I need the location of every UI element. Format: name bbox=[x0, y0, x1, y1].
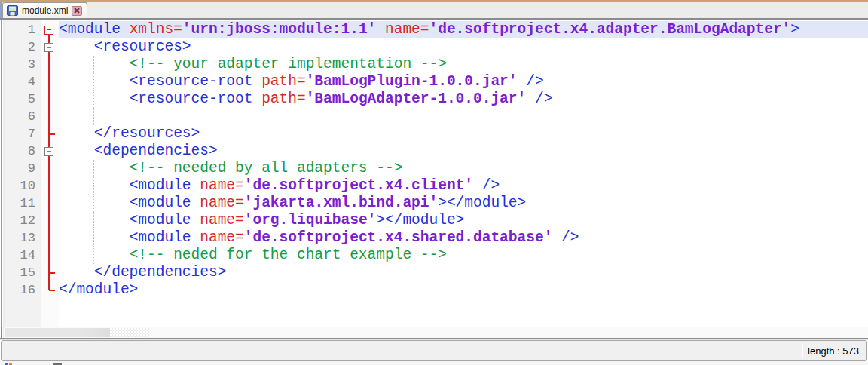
fold-tree bbox=[41, 73, 59, 90]
code-text[interactable]: <module xmlns='urn:jboss:module:1.1' nam… bbox=[59, 21, 868, 38]
indent-guide bbox=[93, 73, 94, 90]
code-line[interactable]: 3 <!-- your adapter implementation --> bbox=[5, 56, 868, 73]
code-line[interactable]: 12 <module name='org.liquibase'></module… bbox=[5, 212, 868, 229]
code-text[interactable]: <resource-root path='BamLogAdapter-1.0.0… bbox=[59, 90, 868, 108]
code-line[interactable]: 11 <module name='jakarta.xml.bind.api'><… bbox=[5, 195, 868, 212]
syntax-def bbox=[59, 264, 94, 281]
fold-tree bbox=[41, 90, 59, 108]
fold-toggle-icon[interactable] bbox=[41, 38, 59, 56]
line-number: 1 bbox=[5, 21, 41, 38]
code-line[interactable]: 8 <dependencies> bbox=[5, 143, 868, 160]
code-line[interactable]: 7 </resources> bbox=[5, 125, 868, 143]
line-number: 7 bbox=[5, 125, 41, 143]
indent-guide bbox=[93, 229, 94, 247]
fold-tree bbox=[41, 281, 59, 299]
code-text[interactable]: <!-- neded for the chart example --> bbox=[59, 247, 868, 264]
fold-tree bbox=[41, 247, 59, 264]
fold-tree bbox=[41, 108, 59, 125]
line-number: 15 bbox=[5, 264, 41, 281]
tab-module-xml[interactable]: module.xml bbox=[2, 2, 87, 18]
code-text[interactable]: <!-- needed by all adapters --> bbox=[59, 160, 868, 177]
code-text[interactable]: <module name='org.liquibase'></module> bbox=[59, 212, 868, 229]
syntax-def bbox=[59, 38, 94, 55]
code-line[interactable]: 14 <!-- neded for the chart example --> bbox=[5, 247, 868, 264]
bottom-edge bbox=[0, 361, 868, 365]
code-text[interactable]: </module> bbox=[59, 281, 868, 299]
syntax-tag: /> bbox=[526, 90, 552, 107]
line-number: 10 bbox=[5, 177, 41, 195]
line-number: 5 bbox=[5, 90, 41, 108]
indent-guide bbox=[93, 56, 94, 73]
syntax-attr: name= bbox=[200, 195, 244, 211]
window-left-edge bbox=[0, 2, 2, 18]
code-line[interactable]: 5 <resource-root path='BamLogAdapter-1.0… bbox=[5, 90, 868, 108]
syntax-attr: name= bbox=[385, 21, 429, 38]
syntax-attr: name= bbox=[200, 212, 244, 229]
scrollbar-track[interactable] bbox=[110, 328, 149, 337]
syntax-tag: <module bbox=[130, 195, 200, 211]
code-line[interactable]: 1<module xmlns='urn:jboss:module:1.1' na… bbox=[5, 21, 868, 38]
fold-toggle-icon[interactable] bbox=[41, 21, 59, 38]
code-text[interactable]: <module name='de.softproject.x4.client' … bbox=[59, 177, 868, 195]
code-line[interactable]: 15 </dependencies> bbox=[5, 264, 868, 281]
syntax-tag: <module bbox=[130, 177, 200, 194]
syntax-com: <!-- neded for the chart example --> bbox=[130, 247, 447, 263]
code-text[interactable]: <module name='de.softproject.x4.shared.d… bbox=[59, 229, 868, 247]
fold-toggle-icon[interactable] bbox=[41, 143, 59, 160]
syntax-val: 'urn:jboss:module:1.1' bbox=[182, 21, 376, 38]
code-text[interactable]: <!-- your adapter implementation --> bbox=[59, 56, 868, 73]
fold-tree bbox=[41, 264, 59, 281]
fold-tree bbox=[41, 125, 59, 143]
line-number: 6 bbox=[5, 108, 41, 125]
line-number: 2 bbox=[5, 38, 41, 56]
close-icon bbox=[74, 8, 80, 14]
tab-title: module.xml bbox=[22, 5, 68, 16]
code-line[interactable]: 4 <resource-root path='BamLogPlugin-1.0.… bbox=[5, 73, 868, 90]
code-text[interactable] bbox=[59, 108, 868, 125]
syntax-tag: <resources> bbox=[94, 38, 191, 55]
code-line[interactable]: 2 <resources> bbox=[5, 38, 868, 56]
syntax-val: 'jakarta.xml.bind.api' bbox=[244, 195, 438, 211]
syntax-attr: name= bbox=[200, 177, 244, 194]
code-text[interactable]: </dependencies> bbox=[59, 264, 868, 281]
syntax-tag: <resource-root bbox=[130, 73, 262, 90]
syntax-tag: > bbox=[790, 21, 799, 38]
code-text[interactable]: </resources> bbox=[59, 125, 868, 143]
code-line[interactable]: 13 <module name='de.softproject.x4.share… bbox=[5, 229, 868, 247]
indent-guide bbox=[93, 247, 94, 264]
indent-guide bbox=[93, 195, 94, 212]
status-bar: length : 573 bbox=[1, 340, 867, 361]
syntax-tag: </module> bbox=[59, 281, 138, 298]
scrollbar-thumb[interactable] bbox=[5, 328, 110, 337]
code-lines: 1<module xmlns='urn:jboss:module:1.1' na… bbox=[5, 21, 868, 299]
code-text[interactable]: <resources> bbox=[59, 38, 868, 56]
syntax-tag: /> bbox=[473, 177, 500, 194]
indent-guide bbox=[93, 160, 94, 177]
fold-tree bbox=[41, 195, 59, 212]
syntax-tag: /> bbox=[552, 229, 579, 246]
fold-tree bbox=[41, 160, 59, 177]
syntax-val: 'org.liquibase' bbox=[244, 212, 377, 229]
syntax-tag: </resources> bbox=[94, 125, 200, 142]
code-line[interactable]: 9 <!-- needed by all adapters --> bbox=[5, 160, 868, 177]
tab-bar: module.xml bbox=[0, 2, 868, 20]
tab-close-button[interactable] bbox=[72, 6, 82, 16]
syntax-val: 'de.softproject.x4.adapter.BamLogAdapter… bbox=[429, 21, 791, 38]
code-text[interactable]: <dependencies> bbox=[59, 143, 868, 160]
code-line[interactable]: 16</module> bbox=[5, 281, 868, 299]
horizontal-scrollbar[interactable] bbox=[0, 327, 868, 338]
indent-guide bbox=[93, 177, 94, 195]
code-text[interactable]: <resource-root path='BamLogPlugin-1.0.0.… bbox=[59, 73, 868, 90]
code-line[interactable]: 6 bbox=[5, 108, 868, 125]
code-line[interactable]: 10 <module name='de.softproject.x4.clien… bbox=[5, 177, 868, 195]
line-number: 8 bbox=[5, 143, 41, 160]
syntax-tag: <module bbox=[130, 212, 200, 229]
fold-tree bbox=[41, 56, 59, 73]
syntax-attr: path= bbox=[261, 73, 306, 90]
code-text[interactable]: <module name='jakarta.xml.bind.api'></mo… bbox=[59, 195, 868, 212]
code-editor[interactable]: 1<module xmlns='urn:jboss:module:1.1' na… bbox=[0, 20, 868, 339]
line-number: 13 bbox=[5, 229, 41, 247]
syntax-tag: <module bbox=[59, 21, 130, 38]
line-number: 14 bbox=[5, 247, 41, 264]
syntax-tag: <module bbox=[130, 229, 200, 246]
